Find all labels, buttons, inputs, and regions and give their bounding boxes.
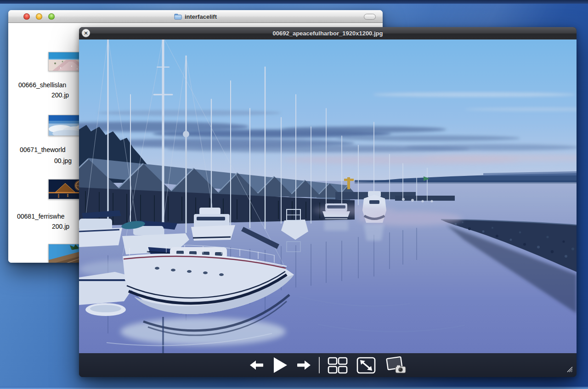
file-name-line: 00671_theworld	[20, 146, 66, 153]
add-to-iphoto-icon	[384, 356, 407, 374]
desktop: interfacelift 00666_shellislan 200.j	[0, 0, 588, 389]
fit-to-screen-button[interactable]	[356, 356, 377, 375]
finder-titlebar[interactable]: interfacelift	[8, 10, 383, 23]
next-button[interactable]	[295, 359, 312, 372]
harbor-photo	[79, 39, 577, 353]
viewer-titlebar[interactable]: ✕ 00692_apeacefulharbor_1920x1200.jpg	[79, 27, 577, 39]
index-sheet-icon	[328, 357, 348, 374]
toolbar-divider	[319, 357, 320, 373]
previous-icon	[249, 360, 264, 371]
file-name-line: 00.jpg	[54, 157, 72, 164]
desktop-top-edge	[0, 0, 588, 4]
next-icon	[296, 360, 311, 371]
file-name-line: 00666_shellislan	[18, 81, 66, 89]
file-name-line: 200.jp	[52, 223, 69, 230]
desktop-bottom-edge	[0, 387, 588, 389]
finder-title-text: interfacelift	[185, 13, 217, 20]
file-name-line: 200.jp	[51, 91, 69, 99]
folder-icon	[174, 13, 182, 20]
play-icon	[273, 357, 288, 373]
index-sheet-button[interactable]	[327, 356, 349, 375]
file-name-line: 00681_ferriswhe	[17, 213, 65, 220]
add-to-iphoto-button[interactable]	[384, 355, 407, 375]
previous-button[interactable]	[249, 359, 265, 372]
viewer-window-title: 00692_apeacefulharbor_1920x1200.jpg	[79, 27, 577, 39]
fit-to-screen-icon	[356, 357, 376, 374]
toolbar-toggle-pill[interactable]	[364, 14, 376, 20]
finder-window-title: interfacelift	[8, 10, 383, 23]
image-viewer-window: ✕ 00692_apeacefulharbor_1920x1200.jpg	[79, 27, 577, 377]
play-slideshow-button[interactable]	[272, 356, 288, 374]
viewer-toolbar	[79, 353, 577, 377]
resize-grip[interactable]	[566, 366, 573, 374]
